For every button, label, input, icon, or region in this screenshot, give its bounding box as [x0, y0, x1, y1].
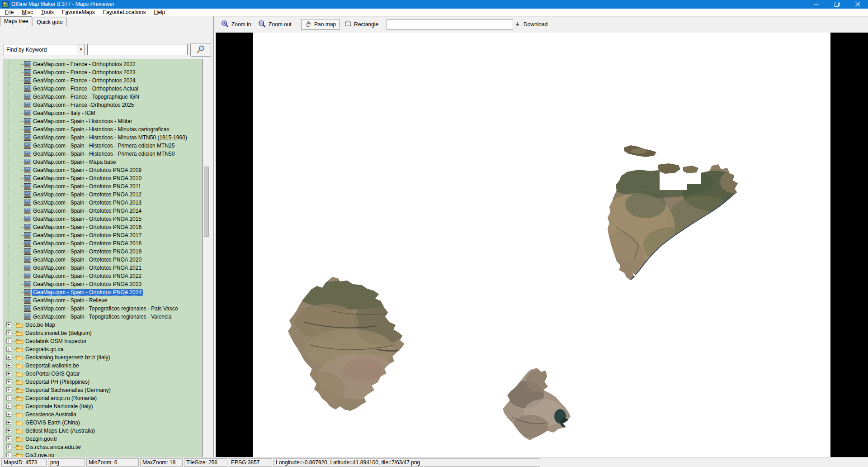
tree-map-row[interactable]: GeaMap.com - Spain - Ortofotos PNOA 2024	[3, 288, 203, 296]
tree-item-label[interactable]: GeaMap.com - Spain - Mapa base	[32, 158, 117, 166]
expand-plus-icon[interactable]	[6, 428, 11, 433]
tree-map-row[interactable]: GeaMap.com - Spain - Ortofotos PNOA 2018	[3, 239, 203, 248]
tree-item-label[interactable]: Geoportal Sachsenatlas (Germany)	[24, 386, 112, 394]
tree-map-row[interactable]: GeaMap.com - Spain - Ortofotos PNOA 2022	[3, 272, 203, 280]
tree-item-label[interactable]: Gezgin.gov.tr	[24, 435, 58, 443]
tree-map-row[interactable]: GeaMap.com - France - Orthophotos 2022	[3, 60, 203, 68]
tab-maps-tree[interactable]: Maps tree	[0, 16, 32, 26]
tree-map-row[interactable]: GeaMap.com - Spain - Ortofotos PNOA 2017	[3, 231, 203, 239]
tree-map-row[interactable]: GeaMap.com - Spain - Topograficos region…	[3, 313, 203, 321]
tree-item-label[interactable]: Geoportal.ancpi.ro (Romania)	[24, 395, 98, 402]
expand-plus-icon[interactable]	[6, 322, 11, 327]
tree-folder-row[interactable]: Gis.rchss.sinica.edu.tw	[3, 443, 203, 451]
tree-item-label[interactable]: GeaMap.com - Spain - Ortofotos PNOA 2022	[32, 272, 143, 280]
tree-map-row[interactable]: GeaMap.com - France - Orthophotos Actual	[3, 85, 203, 93]
tree-map-row[interactable]: GeaMap.com - Spain - Ortofotos PNOA 2014	[3, 207, 203, 215]
tree-folder-row[interactable]: Geofabrik OSM Inspector	[3, 337, 203, 345]
tree-item-label[interactable]: GeaMap.com - Spain - Ortofotos PNOA 2018	[32, 240, 143, 247]
tree-item-label[interactable]: GeaMap.com - Spain - Topograficos region…	[32, 305, 179, 312]
tree-map-row[interactable]: GeaMap.com - Spain - Ortofotos PNOA 2010	[3, 174, 203, 182]
zoom-in-button[interactable]: Zoom in	[217, 19, 255, 30]
tree-item-label[interactable]: GeaMap.com - Spain - Ortofotos PNOA 2011	[32, 183, 142, 190]
tree-map-row[interactable]: GeaMap.com - Spain - Historicos - Primer…	[3, 150, 203, 158]
tree-item-label[interactable]: GeaMap.com - Spain - Historicos - Primer…	[32, 150, 176, 157]
zoom-out-button[interactable]: Zoom out	[255, 19, 295, 30]
tree-map-row[interactable]: GeaMap.com - Spain - Ortofotos PNOA 2023	[3, 280, 203, 288]
tree-folder-row[interactable]: Geoportal PH (Philippines)	[3, 378, 203, 386]
tree-folder-row[interactable]: Geoportal Sachsenatlas (Germany)	[3, 386, 203, 394]
menu-help[interactable]: Help	[150, 9, 170, 16]
tree-item-label[interactable]: GeaMap.com - Spain - Historicos - Primer…	[32, 142, 176, 149]
tab-quick-goto[interactable]: Quick goto	[33, 18, 66, 26]
tree-item-label[interactable]: Geoportail.wallonie.be	[24, 362, 80, 369]
tree-map-row[interactable]: GeaMap.com - Spain - Historicos - Minuta…	[3, 133, 203, 142]
menu-favoritemaps[interactable]: FavoriteMaps	[58, 9, 99, 16]
tree-folder-row[interactable]: Geoportale Nazionale (Italy)	[3, 402, 203, 410]
expand-plus-icon[interactable]	[6, 444, 11, 449]
expand-plus-icon[interactable]	[6, 420, 11, 425]
tree-item-label[interactable]: GeaMap.com - Spain - Ortofotos PNOA 2016	[32, 224, 143, 231]
search-input[interactable]	[87, 44, 188, 55]
tree-map-row[interactable]: GeaMap.com - Spain - Ortofotos PNOA 2009	[3, 166, 203, 174]
tree-map-row[interactable]: GeaMap.com - France - Topographique IGN	[3, 93, 203, 101]
tree-map-row[interactable]: GeaMap.com - Spain - Ortofotos PNOA 2013	[3, 199, 203, 207]
tree-folder-row[interactable]: GeoPortal CGIS Qatar	[3, 370, 203, 378]
tree-item-label[interactable]: GeaMap.com - Spain - Historicos - Minuta…	[32, 134, 189, 141]
tree-item-label[interactable]: GeaMap.com - Spain - Ortofotos PNOA 2010	[32, 175, 143, 182]
tree-item-label[interactable]: GeaMap.com - Spain - Ortofotos PNOA 2012	[32, 191, 143, 198]
tree-folder-row[interactable]: Geoportail.wallonie.be	[3, 362, 203, 370]
tree-map-row[interactable]: GeaMap.com - Spain - Ortofotos PNOA 2020	[3, 256, 203, 264]
tree-item-label[interactable]: GeaMap.com - Spain - Ortofotos PNOA 2024	[32, 289, 143, 296]
tree-item-label[interactable]: Geoportale Nazionale (Italy)	[24, 403, 94, 410]
tree-item-label[interactable]: GeaMap.com - Spain - Topograficos region…	[32, 313, 173, 320]
expand-plus-icon[interactable]	[6, 355, 11, 360]
scrollbar-thumb[interactable]	[204, 167, 209, 237]
tree-item-label[interactable]: GeaMap.com - France - Orthophotos 2024	[32, 77, 137, 84]
tree-item-label[interactable]: GeaMap.com - France - Orthophotos 2022	[32, 61, 137, 68]
tree-map-row[interactable]: GeaMap.com - Spain - Ortofotos PNOA 2016	[3, 223, 203, 231]
tree-item-label[interactable]: GeaMap.com - Spain - Relieve	[32, 297, 108, 304]
tree-item-label[interactable]: GeaMap.com - France - Orthophotos Actual	[32, 85, 140, 92]
tree-map-row[interactable]: GeaMap.com - Spain - Ortofotos PNOA 2019	[3, 248, 203, 256]
tree-item-label[interactable]: GeaMap.com - France - Orthophotos 2023	[32, 69, 137, 76]
expand-plus-icon[interactable]	[6, 379, 11, 384]
menu-misc[interactable]: Misc	[18, 9, 37, 16]
tree-map-row[interactable]: GeaMap.com - Spain - Ortofotos PNOA 2011	[3, 182, 203, 191]
tree-map-row[interactable]: GeaMap.com - Spain - Mapa base	[3, 158, 203, 166]
tree-item-label[interactable]: GeaMap.com - France - Topographique IGN	[32, 93, 141, 100]
tree-item-label[interactable]: Geo.be Map	[24, 321, 57, 329]
minimize-button[interactable]	[806, 0, 826, 9]
tree-folder-row[interactable]: Geobru.irisnet.be (Belgium)	[3, 329, 203, 337]
tree-map-row[interactable]: GeaMap.com - Spain - Ortofotos PNOA 2012	[3, 191, 203, 199]
tree-item-label[interactable]: Geofabrik OSM Inspector	[24, 338, 88, 345]
tree-folder-row[interactable]: Geo.be Map	[3, 321, 203, 329]
tree-item-label[interactable]: GeaMap.com - Spain - Ortofotos PNOA 2019	[32, 248, 143, 255]
tree-map-row[interactable]: GeaMap.com - France -Orthophotos 2025	[3, 101, 203, 109]
tree-item-label[interactable]: GeaMap.com - Spain - Ortofotos PNOA 2017	[32, 232, 143, 239]
tree-item-label[interactable]: Geoportal PH (Philippines)	[24, 378, 91, 386]
tree-item-label[interactable]: Gis.rchss.sinica.edu.tw	[24, 443, 82, 451]
tree-item-label[interactable]: GeaMap.com - Spain - Historicos - Minuta…	[32, 126, 170, 133]
tree-map-row[interactable]: GeaMap.com - Spain - Relieve	[3, 296, 203, 305]
tree-folder-row[interactable]: Geoscience Australia	[3, 410, 203, 419]
tree-item-label[interactable]: GeaMap.com - Spain - Ortofotos PNOA 2009	[32, 167, 143, 174]
expand-plus-icon[interactable]	[6, 396, 11, 400]
tree-map-row[interactable]: GeaMap.com - Spain - Ortofotos PNOA 2015	[3, 215, 203, 223]
expand-plus-icon[interactable]	[6, 330, 11, 335]
expand-plus-icon[interactable]	[6, 436, 11, 441]
expand-plus-icon[interactable]	[6, 404, 11, 409]
search-button[interactable]	[190, 43, 211, 57]
tree-map-row[interactable]: GeaMap.com - France - Orthophotos 2023	[3, 68, 203, 76]
tree-item-label[interactable]: Geobru.irisnet.be (Belgium)	[24, 329, 93, 337]
menu-tools[interactable]: Tools	[37, 9, 58, 16]
tree-item-label[interactable]: GeaMap.com - Italy - IGM	[32, 110, 97, 117]
tree-item-label[interactable]: GeaMap.com - Spain - Ortofotos PNOA 2015	[32, 215, 143, 223]
tree-item-label[interactable]: Geogratis.gc.ca	[24, 346, 65, 353]
expand-plus-icon[interactable]	[6, 371, 11, 376]
tree-map-row[interactable]: GeaMap.com - Spain - Topograficos region…	[3, 305, 203, 313]
tree-map-row[interactable]: GeaMap.com - Italy - IGM	[3, 109, 203, 117]
tree-folder-row[interactable]: Geokatalog.buergernetz.bz.it (Italy)	[3, 353, 203, 362]
tree-item-label[interactable]: Geoscience Australia	[24, 411, 78, 418]
tree-item-label[interactable]: GeaMap.com - Spain - Ortofotos PNOA 2021	[32, 264, 143, 272]
pan-map-button[interactable]: Pan map	[301, 19, 340, 30]
